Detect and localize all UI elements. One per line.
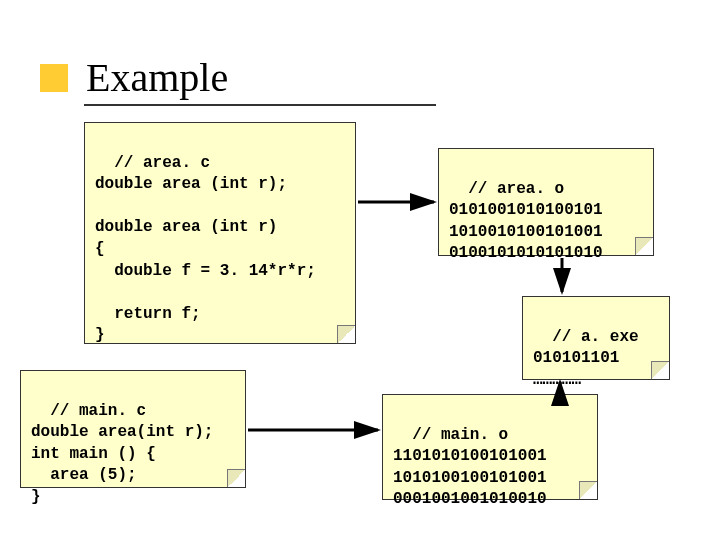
fold-corner-icon bbox=[227, 469, 245, 487]
note-a-exe: // a. exe 010101101 …………… bbox=[522, 296, 670, 380]
fold-corner-icon bbox=[337, 325, 355, 343]
note-main-c: // main. c double area(int r); int main … bbox=[20, 370, 246, 488]
title-underline bbox=[84, 104, 436, 106]
title-bullet-decor bbox=[40, 64, 68, 92]
slide-title-row: Example bbox=[40, 54, 228, 101]
code-a-exe: // a. exe 010101101 …………… bbox=[533, 328, 639, 389]
code-main-c: // main. c double area(int r); int main … bbox=[31, 402, 213, 506]
note-area-o: // area. o 0101001010100101 101001010010… bbox=[438, 148, 654, 256]
note-main-o: // main. o 1101010100101001 101010010010… bbox=[382, 394, 598, 500]
note-area-c: // area. c double area (int r); double a… bbox=[84, 122, 356, 344]
code-area-o: // area. o 0101001010100101 101001010010… bbox=[449, 180, 603, 263]
fold-corner-icon bbox=[635, 237, 653, 255]
slide-title: Example bbox=[86, 54, 228, 101]
fold-corner-icon bbox=[651, 361, 669, 379]
code-area-c: // area. c double area (int r); double a… bbox=[95, 154, 316, 345]
fold-corner-icon bbox=[579, 481, 597, 499]
code-main-o: // main. o 1101010100101001 101010010010… bbox=[393, 426, 547, 509]
